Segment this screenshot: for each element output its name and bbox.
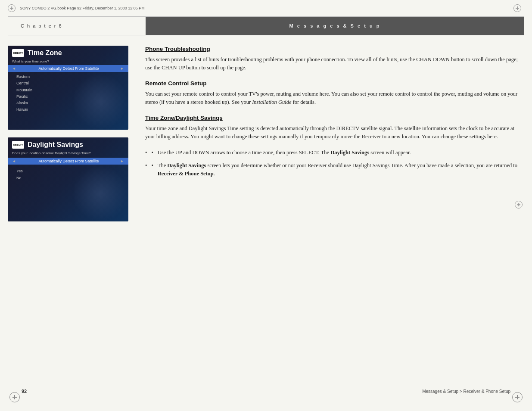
right-reg-mark (515, 201, 523, 210)
section-heading-phone: Phone Troubleshooting (145, 46, 524, 52)
directv-logo-1: DIRECTV (12, 49, 24, 57)
chapter-label: C h a p t e r 6 (8, 23, 146, 28)
section-heading-timezone: Time Zone/Daylight Savings (145, 115, 524, 121)
header-row: C h a p t e r 6 M e s s a g e s & S e t … (8, 16, 524, 35)
bottom-right-circle (512, 392, 523, 402)
bullet-item-1: • Use the UP and DOWN arrows to choose a… (145, 149, 524, 157)
tz-selected-text: Automatically Detect From Satellite (38, 66, 99, 71)
top-left-reg-mark (8, 4, 16, 12)
daylight-savings-screenshot: DIRECTV Daylight Savings Does your locat… (8, 137, 128, 221)
time-zone-screenshot: DIRECTV Time Zone What is your time zone… (8, 46, 128, 130)
section-heading-remote: Remote Control Setup (145, 80, 524, 87)
top-right-reg-mark (513, 4, 521, 12)
top-bar: SONY COMBO 2 VG.book Page 92 Friday, Dec… (0, 0, 532, 16)
daylight-savings-bold-1: Daylight Savings (330, 149, 369, 156)
ds-header: DIRECTV Daylight Savings (8, 137, 128, 150)
right-column: Phone Troubleshooting This screen provid… (145, 46, 524, 221)
page: SONY COMBO 2 VG.book Page 92 Friday, Dec… (0, 0, 532, 411)
tz-bg-overlay (72, 74, 128, 130)
bottom-left-circle (9, 392, 20, 402)
tz-selected-bar: ◄ Automatically Detect From Satellite ► (8, 65, 128, 72)
installation-guide-italic: Installation Guide (252, 99, 291, 105)
tz-question: What is your time zone? (8, 59, 128, 65)
left-column: DIRECTV Time Zone What is your time zone… (8, 46, 135, 221)
section-phone-troubleshooting: Phone Troubleshooting This screen provid… (145, 46, 524, 72)
ds-selected-bar: ◄ Automatically Detect From Satellite ► (8, 158, 128, 165)
tz-header: DIRECTV Time Zone (8, 46, 128, 59)
daylight-savings-bold-2: Daylight Savings (167, 162, 206, 168)
page-number: 92 (22, 389, 27, 394)
tz-arrow-left: ◄ (12, 66, 16, 71)
ds-bg-overlay (72, 165, 128, 221)
bullet-text-2: The Daylight Savings screen lets you det… (158, 162, 524, 178)
section-remote-control: Remote Control Setup You can set your re… (145, 80, 524, 107)
footer: 92 Messages & Setup > Receiver & Phone S… (0, 385, 532, 394)
ds-title: Daylight Savings (28, 141, 83, 149)
ds-screen: DIRECTV Daylight Savings Does your locat… (8, 137, 128, 221)
bullet-dot-2: • (151, 162, 153, 178)
ds-selected-text: Automatically Detect From Satellite (38, 159, 99, 163)
footer-text: Messages & Setup > Receiver & Phone Setu… (422, 389, 510, 394)
section-body-timezone: Your time zone and Daylight Savings Time… (145, 125, 524, 141)
chapter-title: M e s s a g e s & S e t u p (289, 23, 381, 28)
bottom-right-reg-mark (512, 392, 523, 404)
bullet-list: • Use the UP and DOWN arrows to choose a… (145, 149, 524, 178)
top-bar-text: SONY COMBO 2 VG.book Page 92 Friday, Dec… (20, 6, 145, 10)
ds-arrow-right: ► (120, 159, 124, 163)
tz-screen: DIRECTV Time Zone What is your time zone… (8, 46, 128, 130)
directv-logo-2: DIRECTV (12, 141, 24, 149)
section-body-remote: You can set your remote control to contr… (145, 90, 524, 107)
main-content: DIRECTV Time Zone What is your time zone… (8, 46, 524, 221)
section-time-zone: Time Zone/Daylight Savings Your time zon… (145, 115, 524, 178)
right-center-reg-mark (515, 201, 523, 209)
tz-arrow-right: ► (120, 66, 124, 71)
bullet-text-1: Use the UP and DOWN arrows to choose a t… (158, 149, 411, 157)
ds-question: Does your location observe Daylight Savi… (8, 150, 128, 158)
tz-title: Time Zone (28, 49, 62, 57)
bullet-dot-1: • (151, 149, 153, 157)
chapter-title-box: M e s s a g e s & S e t u p (146, 17, 524, 35)
ds-arrow-left: ◄ (12, 159, 16, 163)
receiver-phone-setup-bold: Receiver & Phone Setup (158, 171, 214, 177)
section-body-phone: This screen provides a list of hints for… (145, 56, 524, 72)
bullet-item-2: • The Daylight Savings screen lets you d… (145, 162, 524, 178)
bottom-left-reg-mark (9, 392, 20, 404)
